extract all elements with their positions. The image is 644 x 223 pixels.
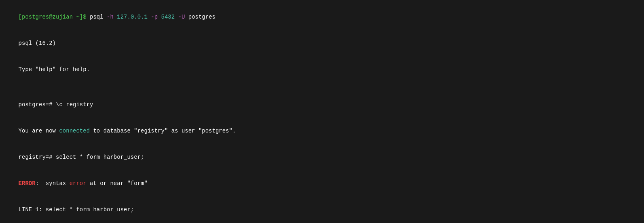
flag-p: -p <box>151 14 161 20</box>
line-blank1 <box>5 83 639 92</box>
line-connect-cmd: postgres=# \c registry <box>5 92 639 118</box>
line-version: psql (16.2) <box>5 30 639 57</box>
val-host: 127.0.0.1 <box>117 14 151 20</box>
line-connected: You are now connected to database "regis… <box>5 118 639 144</box>
connected-word: connected <box>59 128 90 134</box>
error-label: ERROR <box>19 180 36 187</box>
flag-h: -h <box>107 14 117 20</box>
error-text-1: : syntax <box>36 180 70 187</box>
error-word: error <box>70 180 87 187</box>
psql-version-text: psql (16.2) <box>19 40 56 46</box>
shell-prompt: [postgres@zujian ~]$ <box>19 14 90 20</box>
help-text: Type "help" for help. <box>19 66 90 73</box>
cmd-psql: psql <box>90 14 107 20</box>
connected-suffix: to database "registry" as user "postgres… <box>90 128 236 134</box>
connected-prefix: You are now <box>19 128 59 134</box>
error-text-2: at or near "form" <box>87 180 148 187</box>
terminal-window: [postgres@zujian ~]$ psql -h 127.0.0.1 -… <box>5 4 639 223</box>
line-wrong-select: registry=# select * form harbor_user; <box>5 144 639 170</box>
val-port: 5432 <box>161 14 178 20</box>
line1-text: LINE 1: select * form harbor_user; <box>19 206 134 213</box>
line-help: Type "help" for help. <box>5 57 639 83</box>
line-line1: LINE 1: select * form harbor_user; <box>5 197 639 223</box>
flag-u: -U <box>178 14 188 20</box>
val-user: postgres <box>188 14 215 20</box>
registry-prompt-1: registry=# select * form harbor_user; <box>19 154 144 160</box>
postgres-prompt: postgres=# \c registry <box>19 101 93 108</box>
line-error: ERROR: syntax error at or near "form" <box>5 170 639 197</box>
line-prompt: [postgres@zujian ~]$ psql -h 127.0.0.1 -… <box>5 4 639 30</box>
